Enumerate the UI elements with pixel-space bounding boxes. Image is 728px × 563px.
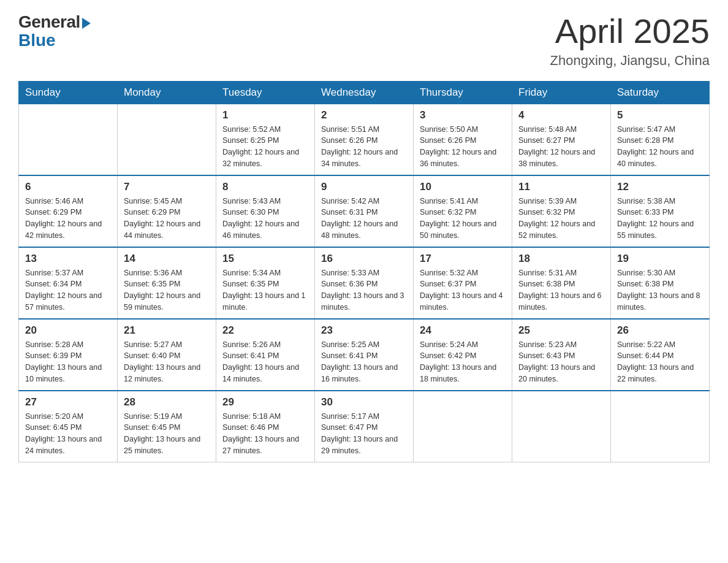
calendar-cell — [611, 391, 710, 462]
calendar-cell: 29Sunrise: 5:18 AMSunset: 6:46 PMDayligh… — [216, 391, 315, 462]
calendar-cell — [512, 391, 611, 462]
day-sun-info: Sunrise: 5:25 AMSunset: 6:41 PMDaylight:… — [321, 339, 407, 385]
calendar-cell: 21Sunrise: 5:27 AMSunset: 6:40 PMDayligh… — [118, 319, 216, 391]
day-number: 8 — [222, 181, 308, 193]
day-number: 2 — [321, 109, 407, 121]
day-sun-info: Sunrise: 5:38 AMSunset: 6:33 PMDaylight:… — [617, 196, 703, 242]
calendar-cell: 4Sunrise: 5:48 AMSunset: 6:27 PMDaylight… — [512, 104, 611, 175]
day-sun-info: Sunrise: 5:34 AMSunset: 6:35 PMDaylight:… — [222, 267, 308, 313]
logo-general-text: General — [18, 12, 80, 32]
day-number: 25 — [518, 324, 604, 337]
calendar-cell: 11Sunrise: 5:39 AMSunset: 6:32 PMDayligh… — [512, 175, 611, 247]
calendar-cell: 13Sunrise: 5:37 AMSunset: 6:34 PMDayligh… — [19, 247, 118, 319]
day-number: 12 — [617, 181, 703, 193]
day-of-week-header: Saturday — [611, 81, 710, 104]
day-number: 3 — [420, 109, 506, 121]
day-sun-info: Sunrise: 5:33 AMSunset: 6:36 PMDaylight:… — [321, 267, 407, 313]
day-number: 16 — [321, 253, 407, 265]
title-section: April 2025 Zhongxing, Jiangsu, China — [550, 12, 710, 69]
calendar-cell: 28Sunrise: 5:19 AMSunset: 6:45 PMDayligh… — [118, 391, 216, 462]
day-sun-info: Sunrise: 5:20 AMSunset: 6:45 PMDaylight:… — [25, 411, 111, 457]
calendar-cell: 25Sunrise: 5:23 AMSunset: 6:43 PMDayligh… — [512, 319, 611, 391]
calendar-cell: 10Sunrise: 5:41 AMSunset: 6:32 PMDayligh… — [414, 175, 512, 247]
calendar-cell: 14Sunrise: 5:36 AMSunset: 6:35 PMDayligh… — [118, 247, 216, 319]
calendar-cell: 20Sunrise: 5:28 AMSunset: 6:39 PMDayligh… — [19, 319, 118, 391]
calendar-cell: 9Sunrise: 5:42 AMSunset: 6:31 PMDaylight… — [315, 175, 414, 247]
calendar-cell: 19Sunrise: 5:30 AMSunset: 6:38 PMDayligh… — [611, 247, 710, 319]
calendar-cell: 8Sunrise: 5:43 AMSunset: 6:30 PMDaylight… — [216, 175, 315, 247]
day-sun-info: Sunrise: 5:22 AMSunset: 6:44 PMDaylight:… — [617, 339, 703, 385]
calendar-cell — [414, 391, 512, 462]
calendar-cell: 6Sunrise: 5:46 AMSunset: 6:29 PMDaylight… — [19, 175, 118, 247]
calendar-cell — [118, 104, 216, 175]
day-number: 24 — [420, 324, 506, 337]
day-number: 19 — [617, 253, 703, 265]
day-number: 30 — [321, 396, 407, 408]
calendar-cell: 30Sunrise: 5:17 AMSunset: 6:47 PMDayligh… — [315, 391, 414, 462]
day-sun-info: Sunrise: 5:24 AMSunset: 6:42 PMDaylight:… — [420, 339, 506, 385]
day-sun-info: Sunrise: 5:45 AMSunset: 6:29 PMDaylight:… — [124, 196, 210, 242]
calendar-cell: 22Sunrise: 5:26 AMSunset: 6:41 PMDayligh… — [216, 319, 315, 391]
day-number: 1 — [222, 109, 308, 121]
day-sun-info: Sunrise: 5:52 AMSunset: 6:25 PMDaylight:… — [222, 124, 308, 170]
day-sun-info: Sunrise: 5:26 AMSunset: 6:41 PMDaylight:… — [222, 339, 308, 385]
day-number: 14 — [124, 253, 210, 265]
day-sun-info: Sunrise: 5:48 AMSunset: 6:27 PMDaylight:… — [518, 124, 604, 170]
calendar-cell: 5Sunrise: 5:47 AMSunset: 6:28 PMDaylight… — [611, 104, 710, 175]
calendar-cell: 18Sunrise: 5:31 AMSunset: 6:38 PMDayligh… — [512, 247, 611, 319]
calendar-cell: 7Sunrise: 5:45 AMSunset: 6:29 PMDaylight… — [118, 175, 216, 247]
day-number: 11 — [518, 181, 604, 193]
day-sun-info: Sunrise: 5:19 AMSunset: 6:45 PMDaylight:… — [124, 411, 210, 457]
calendar-cell: 16Sunrise: 5:33 AMSunset: 6:36 PMDayligh… — [315, 247, 414, 319]
day-number: 7 — [124, 181, 210, 193]
day-number: 20 — [25, 324, 111, 337]
day-number: 28 — [124, 396, 210, 408]
day-of-week-header: Tuesday — [216, 81, 315, 104]
page-header: General Blue April 2025 Zhongxing, Jiang… — [18, 12, 710, 69]
day-sun-info: Sunrise: 5:30 AMSunset: 6:38 PMDaylight:… — [617, 267, 703, 313]
day-sun-info: Sunrise: 5:42 AMSunset: 6:31 PMDaylight:… — [321, 196, 407, 242]
day-sun-info: Sunrise: 5:39 AMSunset: 6:32 PMDaylight:… — [518, 196, 604, 242]
calendar-cell: 23Sunrise: 5:25 AMSunset: 6:41 PMDayligh… — [315, 319, 414, 391]
day-sun-info: Sunrise: 5:23 AMSunset: 6:43 PMDaylight:… — [518, 339, 604, 385]
calendar-cell: 15Sunrise: 5:34 AMSunset: 6:35 PMDayligh… — [216, 247, 315, 319]
day-number: 26 — [617, 324, 703, 337]
calendar-cell: 24Sunrise: 5:24 AMSunset: 6:42 PMDayligh… — [414, 319, 512, 391]
calendar-cell: 1Sunrise: 5:52 AMSunset: 6:25 PMDaylight… — [216, 104, 315, 175]
month-title: April 2025 — [550, 12, 710, 50]
calendar-header-row: SundayMondayTuesdayWednesdayThursdayFrid… — [19, 81, 710, 104]
logo: General Blue — [18, 12, 91, 50]
calendar-week-row: 20Sunrise: 5:28 AMSunset: 6:39 PMDayligh… — [19, 319, 710, 391]
day-sun-info: Sunrise: 5:17 AMSunset: 6:47 PMDaylight:… — [321, 411, 407, 457]
day-number: 15 — [222, 253, 308, 265]
day-number: 27 — [25, 396, 111, 408]
day-sun-info: Sunrise: 5:41 AMSunset: 6:32 PMDaylight:… — [420, 196, 506, 242]
day-number: 6 — [25, 181, 111, 193]
day-sun-info: Sunrise: 5:43 AMSunset: 6:30 PMDaylight:… — [222, 196, 308, 242]
day-of-week-header: Wednesday — [315, 81, 414, 104]
calendar-cell: 27Sunrise: 5:20 AMSunset: 6:45 PMDayligh… — [19, 391, 118, 462]
calendar-cell — [19, 104, 118, 175]
day-sun-info: Sunrise: 5:28 AMSunset: 6:39 PMDaylight:… — [25, 339, 111, 385]
location-label: Zhongxing, Jiangsu, China — [550, 53, 710, 69]
calendar-cell: 2Sunrise: 5:51 AMSunset: 6:26 PMDaylight… — [315, 104, 414, 175]
day-of-week-header: Monday — [118, 81, 216, 104]
calendar-week-row: 13Sunrise: 5:37 AMSunset: 6:34 PMDayligh… — [19, 247, 710, 319]
day-number: 29 — [222, 396, 308, 408]
day-number: 23 — [321, 324, 407, 337]
calendar-cell: 3Sunrise: 5:50 AMSunset: 6:26 PMDaylight… — [414, 104, 512, 175]
day-of-week-header: Thursday — [414, 81, 512, 104]
day-number: 5 — [617, 109, 703, 121]
logo-blue-text: Blue — [18, 31, 56, 50]
calendar-cell: 12Sunrise: 5:38 AMSunset: 6:33 PMDayligh… — [611, 175, 710, 247]
calendar-week-row: 1Sunrise: 5:52 AMSunset: 6:25 PMDaylight… — [19, 104, 710, 175]
day-sun-info: Sunrise: 5:37 AMSunset: 6:34 PMDaylight:… — [25, 267, 111, 313]
calendar-week-row: 27Sunrise: 5:20 AMSunset: 6:45 PMDayligh… — [19, 391, 710, 462]
day-sun-info: Sunrise: 5:32 AMSunset: 6:37 PMDaylight:… — [420, 267, 506, 313]
day-number: 13 — [25, 253, 111, 265]
day-number: 17 — [420, 253, 506, 265]
day-number: 22 — [222, 324, 308, 337]
logo-arrow-icon — [82, 18, 91, 29]
calendar-table: SundayMondayTuesdayWednesdayThursdayFrid… — [18, 81, 710, 462]
day-sun-info: Sunrise: 5:51 AMSunset: 6:26 PMDaylight:… — [321, 124, 407, 170]
